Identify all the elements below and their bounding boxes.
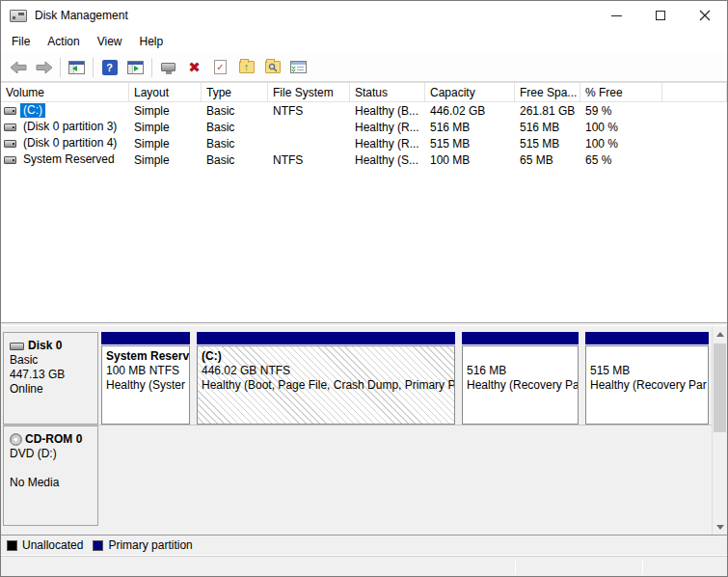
volume-list-header: Volume Layout Type File System Status Ca… bbox=[1, 83, 727, 102]
cdrom0-status: No Media bbox=[10, 476, 93, 490]
console-tree-icon bbox=[68, 61, 85, 74]
volume-list: Volume Layout Type File System Status Ca… bbox=[1, 82, 727, 322]
disk0-band: Disk 0 Basic 447.13 GB Online System Res… bbox=[3, 332, 727, 425]
scroll-down-button[interactable] bbox=[713, 519, 727, 535]
title-bar: Disk Management bbox=[1, 1, 727, 30]
folder-up-icon: ↑ bbox=[239, 61, 255, 73]
volume-icon bbox=[4, 107, 16, 115]
disk0-name: Disk 0 bbox=[28, 339, 62, 353]
volume-icon bbox=[4, 156, 16, 164]
disk-app-icon bbox=[10, 10, 27, 22]
computer-icon bbox=[161, 63, 175, 71]
menu-file[interactable]: File bbox=[3, 32, 39, 51]
action-pane-icon bbox=[127, 61, 144, 74]
cdrom0-name: CD-ROM 0 bbox=[25, 432, 82, 447]
legend-unallocated-label: Unallocated bbox=[22, 538, 83, 552]
partition-status: Healthy (Recovery Pa bbox=[467, 378, 575, 393]
column-header-free-space[interactable]: Free Spa... bbox=[515, 83, 580, 102]
primary-partition-bar bbox=[197, 332, 455, 344]
volume-free: 65 MB bbox=[515, 153, 580, 167]
mark-partition-active-button[interactable]: ✓ bbox=[207, 55, 233, 80]
volume-row-partition4[interactable]: (Disk 0 partition 4) Simple Basic Health… bbox=[1, 135, 727, 151]
show-action-pane-button[interactable] bbox=[122, 55, 148, 80]
column-header-pct-free[interactable]: % Free bbox=[580, 83, 662, 102]
volume-pct-free: 59 % bbox=[580, 104, 662, 118]
partition-status: Healthy (Syster bbox=[106, 378, 186, 393]
explore-button[interactable] bbox=[259, 55, 285, 80]
partition-title bbox=[467, 349, 575, 364]
close-icon bbox=[699, 10, 711, 21]
volume-capacity: 100 MB bbox=[425, 153, 515, 167]
volume-type: Basic bbox=[202, 137, 268, 151]
volume-row-c[interactable]: (C:) Simple Basic NTFS Healthy (B... 446… bbox=[1, 102, 727, 119]
volume-icon bbox=[4, 124, 16, 131]
forward-button[interactable] bbox=[31, 55, 57, 80]
disk0-size: 447.13 GB bbox=[10, 368, 93, 382]
toolbar: ? ✖ ✓ ↑ bbox=[1, 53, 727, 82]
column-header-file-system[interactable]: File System bbox=[268, 83, 350, 102]
menu-action[interactable]: Action bbox=[39, 32, 88, 51]
volume-status: Healthy (S... bbox=[350, 153, 425, 167]
volume-capacity: 515 MB bbox=[425, 137, 515, 151]
volume-name[interactable]: (C:) bbox=[20, 103, 45, 118]
disk0-status: Online bbox=[10, 382, 93, 397]
cdrom0-info-panel[interactable]: CD-ROM 0 DVD (D:) No Media bbox=[3, 426, 98, 526]
minimize-button[interactable] bbox=[594, 1, 638, 30]
partition-system-reserved[interactable]: System Reserv 100 MB NTFS Healthy (Syste… bbox=[101, 332, 190, 425]
column-header-capacity[interactable]: Capacity bbox=[425, 83, 515, 102]
help-button[interactable]: ? bbox=[96, 55, 122, 80]
volume-icon bbox=[4, 140, 16, 148]
delete-volume-button[interactable]: ✖ bbox=[181, 55, 207, 80]
volume-row-system-reserved[interactable]: System Reserved Simple Basic NTFS Health… bbox=[1, 151, 727, 168]
disk0-info-panel[interactable]: Disk 0 Basic 447.13 GB Online bbox=[3, 332, 98, 425]
close-button[interactable] bbox=[683, 1, 727, 30]
volume-capacity: 446.02 GB bbox=[425, 104, 515, 118]
volume-status: Healthy (R... bbox=[350, 121, 425, 134]
menu-help[interactable]: Help bbox=[131, 32, 173, 51]
show-console-tree-button[interactable] bbox=[64, 55, 90, 80]
volume-free: 516 MB bbox=[515, 121, 580, 134]
back-button[interactable] bbox=[5, 55, 31, 80]
primary-partition-bar bbox=[101, 332, 190, 344]
menu-view[interactable]: View bbox=[89, 32, 131, 51]
open-button[interactable]: ↑ bbox=[233, 55, 259, 80]
volume-fs: NTFS bbox=[268, 153, 350, 167]
toolbar-separator bbox=[93, 58, 94, 77]
column-header-status[interactable]: Status bbox=[350, 83, 425, 102]
computer-button[interactable] bbox=[155, 55, 181, 80]
partition-recovery-3[interactable]: 516 MB Healthy (Recovery Pa bbox=[462, 332, 579, 425]
vertical-scrollbar[interactable] bbox=[712, 326, 727, 535]
partition-recovery-4[interactable]: 515 MB Healthy (Recovery Par bbox=[585, 332, 709, 425]
column-header-type[interactable]: Type bbox=[202, 83, 268, 102]
disk-icon bbox=[10, 343, 24, 350]
primary-partition-bar bbox=[585, 332, 709, 344]
volume-type: Basic bbox=[202, 104, 268, 118]
forward-icon bbox=[35, 61, 54, 74]
disk0-type: Basic bbox=[10, 353, 93, 368]
window-title: Disk Management bbox=[35, 9, 128, 22]
maximize-button[interactable] bbox=[638, 1, 683, 30]
statusbar-separator bbox=[515, 560, 516, 574]
scrollbar-thumb[interactable] bbox=[714, 343, 726, 432]
partition-title bbox=[590, 349, 705, 364]
volume-row-partition3[interactable]: (Disk 0 partition 3) Simple Basic Health… bbox=[1, 119, 727, 135]
volume-free: 261.81 GB bbox=[515, 104, 580, 118]
properties-button[interactable] bbox=[285, 55, 311, 80]
delete-icon: ✖ bbox=[188, 60, 201, 74]
column-header-layout[interactable]: Layout bbox=[129, 83, 202, 102]
graphical-view: Disk 0 Basic 447.13 GB Online System Res… bbox=[1, 326, 727, 535]
volume-name[interactable]: (Disk 0 partition 3) bbox=[20, 120, 120, 134]
legend-primary-label: Primary partition bbox=[108, 538, 192, 552]
volume-layout: Simple bbox=[129, 104, 202, 118]
cdrom0-type: DVD (D:) bbox=[10, 447, 93, 461]
chevron-up-icon bbox=[716, 332, 724, 337]
partition-c[interactable]: (C:) 446.02 GB NTFS Healthy (Boot, Page … bbox=[197, 332, 455, 425]
toolbar-separator bbox=[60, 58, 61, 77]
column-header-volume[interactable]: Volume bbox=[1, 83, 129, 102]
volume-name[interactable]: System Reserved bbox=[20, 152, 118, 167]
scroll-up-button[interactable] bbox=[713, 326, 727, 342]
partition-title: (C:) bbox=[202, 349, 451, 364]
partition-size: 446.02 GB NTFS bbox=[202, 364, 451, 378]
folder-search-icon bbox=[265, 61, 281, 73]
volume-name[interactable]: (Disk 0 partition 4) bbox=[20, 136, 120, 151]
